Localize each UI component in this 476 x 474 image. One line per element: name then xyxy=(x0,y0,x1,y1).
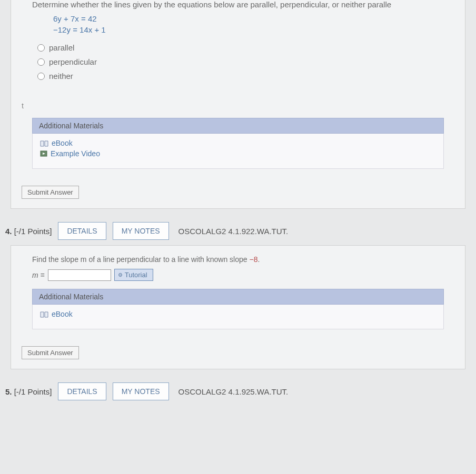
eq1-rhs: = 42 xyxy=(81,14,97,23)
ebook-label: eBook xyxy=(52,139,73,147)
book-icon xyxy=(40,311,48,317)
additional-materials-header: Additional Materials xyxy=(32,118,444,134)
details-button[interactable]: DETAILS xyxy=(58,382,106,400)
question-prompt: Determine whether the lines given by the… xyxy=(32,0,444,9)
points-text: [-/1 Points] xyxy=(14,387,52,396)
option-label: perpendicular xyxy=(49,57,97,66)
eq2-rhs: = 14x + 1 xyxy=(73,25,106,34)
submit-answer-button[interactable]: Submit Answer xyxy=(22,346,79,359)
video-icon xyxy=(40,150,47,157)
radio-option-neither[interactable]: neither xyxy=(37,72,444,80)
points-text: [-/1 Points] xyxy=(14,227,52,236)
question-prompt: Find the slope m of a line perpendicular… xyxy=(32,255,444,264)
radio-icon xyxy=(37,58,45,66)
radio-option-perpendicular[interactable]: perpendicular xyxy=(37,57,444,66)
radio-option-parallel[interactable]: parallel xyxy=(37,43,444,52)
question-number: 5. [-/1 Points] xyxy=(5,387,52,396)
radio-icon xyxy=(37,73,45,80)
video-label: Example Video xyxy=(51,149,100,158)
details-button[interactable]: DETAILS xyxy=(58,222,106,240)
submit-answer-button[interactable]: Submit Answer xyxy=(22,186,79,199)
prompt-post: . xyxy=(257,255,260,264)
book-icon xyxy=(40,140,48,146)
question-source: OSCOLALG2 4.1.925.WA.TUT. xyxy=(178,387,289,396)
example-video-link[interactable]: Example Video xyxy=(40,149,436,158)
eq2-lhs: −12y xyxy=(53,25,71,34)
ebook-link[interactable]: eBook xyxy=(40,139,436,147)
equation-block: 6y + 7x = 42 −12y = 14x + 1 xyxy=(53,13,444,35)
ebook-link[interactable]: eBook xyxy=(40,310,436,318)
option-label: neither xyxy=(49,72,73,80)
m-equals-label: m = xyxy=(32,271,45,279)
slope-input[interactable] xyxy=(48,269,111,281)
tutorial-label: Tutorial xyxy=(125,271,147,279)
qnum-text: 5. xyxy=(5,387,12,396)
qnum-text: 4. xyxy=(5,227,12,236)
my-notes-button[interactable]: MY NOTES xyxy=(113,382,169,400)
t-marker: t xyxy=(22,102,444,110)
question-number: 4. [-/1 Points] xyxy=(5,227,52,236)
question-source: OSCOLALG2 4.1.922.WA.TUT. xyxy=(178,227,289,236)
radio-icon xyxy=(37,44,45,52)
tutorial-icon: ⚙ xyxy=(118,272,123,278)
tutorial-button[interactable]: ⚙ Tutorial xyxy=(114,269,153,281)
prompt-pre: Find the slope m of a line perpendicular… xyxy=(32,255,249,264)
eq1-lhs: 6y + 7x xyxy=(53,14,79,23)
additional-materials-header: Additional Materials xyxy=(32,289,444,305)
option-label: parallel xyxy=(49,43,74,52)
known-slope-value: −8 xyxy=(249,255,257,264)
ebook-label: eBook xyxy=(52,310,73,318)
my-notes-button[interactable]: MY NOTES xyxy=(113,222,169,240)
